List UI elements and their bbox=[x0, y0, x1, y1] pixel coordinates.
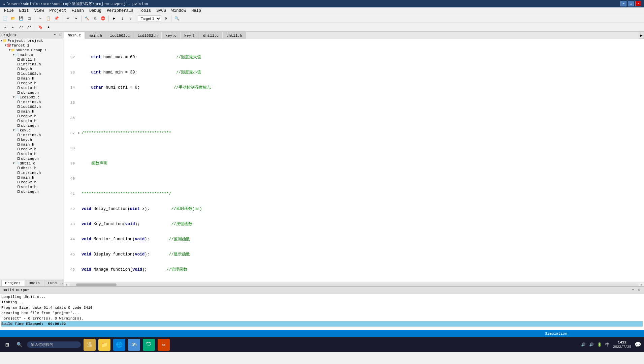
tree-reg52-h-3[interactable]: 🗒 reg52.h bbox=[0, 147, 64, 152]
menu-view[interactable]: View bbox=[32, 8, 47, 14]
tree-lcd1602-c[interactable]: ▼ 📄 lcd1602.c bbox=[0, 95, 64, 100]
menu-help[interactable]: Help bbox=[189, 8, 204, 14]
search-button[interactable]: 🔍 bbox=[14, 342, 24, 347]
save-all-button[interactable]: 🗂 bbox=[26, 15, 33, 22]
tree-stdio-h-2[interactable]: 🗒 stdio.h bbox=[0, 119, 64, 123]
tree-dht11-h-2[interactable]: 🗒 dht11.h bbox=[0, 166, 64, 171]
tree-string-h-4[interactable]: 🗒 string.h bbox=[0, 189, 64, 194]
start-button[interactable]: ⊞ bbox=[3, 341, 12, 348]
tree-target1[interactable]: ▼ 🎯 Target 1 bbox=[0, 43, 64, 48]
tree-intrins-h-2[interactable]: 🗒 intrins.h bbox=[0, 100, 64, 104]
uncomment-button[interactable]: /* bbox=[26, 24, 33, 31]
tree-reg52-h-4[interactable]: 🗒 reg52.h bbox=[0, 180, 64, 185]
rebuild-button[interactable]: ⚙ bbox=[91, 15, 99, 22]
notification-button[interactable]: 💬 bbox=[635, 341, 641, 348]
menu-debug[interactable]: Debug bbox=[87, 8, 104, 14]
build-panel-close[interactable]: × bbox=[637, 288, 641, 293]
cut-button[interactable]: ✂ bbox=[37, 15, 44, 22]
taskbar-icon-edge[interactable]: 🌐 bbox=[113, 339, 125, 351]
panel-close-button[interactable]: × bbox=[58, 33, 62, 37]
bookmark-button[interactable]: 🔖 bbox=[37, 24, 44, 31]
new-button[interactable]: 📄 bbox=[1, 15, 9, 22]
tree-reg52-h-1[interactable]: 🗒 reg52.h bbox=[0, 81, 64, 86]
tab-lcd1602-c[interactable]: lcd1602.c bbox=[106, 32, 133, 39]
menu-svcs[interactable]: SVCS bbox=[154, 8, 169, 14]
tree-stdio-h-3[interactable]: 🗒 stdio.h bbox=[0, 152, 64, 156]
paste-button[interactable]: 📌 bbox=[53, 15, 60, 22]
redo-button[interactable]: ↪ bbox=[72, 15, 79, 22]
undo-button[interactable]: ↩ bbox=[64, 15, 71, 22]
tab-main-c[interactable]: main.c bbox=[64, 32, 85, 39]
tab-main-h[interactable]: main.h bbox=[85, 32, 106, 39]
tree-main-h-1[interactable]: 🗒 main.h bbox=[0, 76, 64, 81]
taskbar-icon-store[interactable]: 🛍 bbox=[128, 339, 140, 351]
tree-dht11-c[interactable]: ▼ 📄 dht11.c bbox=[0, 161, 64, 166]
stop-button[interactable]: ⛔ bbox=[99, 15, 107, 22]
tree-key-h-2[interactable]: 🗒 key.h bbox=[0, 138, 64, 142]
options-button[interactable]: ⚙ bbox=[162, 15, 169, 22]
tree-dht11-h-1[interactable]: 🗒 dht11.h bbox=[0, 57, 64, 62]
tab-functions[interactable]: Func... bbox=[44, 280, 64, 286]
menu-window[interactable]: Window bbox=[169, 8, 189, 14]
tree-intrins-h-1[interactable]: 🗒 intrins.h bbox=[0, 62, 64, 67]
save-button[interactable]: 💾 bbox=[18, 15, 25, 22]
build-panel-collapse[interactable]: − bbox=[631, 288, 635, 293]
taskbar-icon-explorer[interactable]: 📁 bbox=[98, 339, 110, 351]
horizontal-scrollbar[interactable]: ◀ ▶ bbox=[64, 282, 644, 286]
search-box[interactable]: 输入你想搜的 bbox=[27, 341, 81, 348]
tab-scroll-right[interactable]: ▶ bbox=[639, 32, 644, 39]
tree-string-h-3[interactable]: 🗒 string.h bbox=[0, 156, 64, 161]
menu-peripherals[interactable]: Peripherals bbox=[104, 8, 136, 14]
tree-reg52-h-2[interactable]: 🗒 reg52.h bbox=[0, 114, 64, 119]
indent-button[interactable]: ⇥ bbox=[1, 24, 9, 31]
tree-key-c[interactable]: ▼ 📄 key.c bbox=[0, 128, 64, 133]
build-button[interactable]: 🔨 bbox=[83, 15, 91, 22]
tree-source-group[interactable]: ▼ 📁 Source Group 1 bbox=[0, 48, 64, 53]
step-in-button[interactable]: ↘ bbox=[127, 15, 134, 22]
tree-string-h-2[interactable]: 🗒 string.h bbox=[0, 123, 64, 128]
scroll-track[interactable] bbox=[69, 283, 639, 286]
tab-dht11-h[interactable]: dht11.h bbox=[223, 32, 246, 39]
target-selector[interactable]: Target 1 bbox=[138, 15, 161, 22]
menu-project[interactable]: Project bbox=[46, 8, 69, 14]
debug-start-button[interactable]: ▶ bbox=[110, 15, 118, 22]
tab-key-h[interactable]: key.h bbox=[181, 32, 199, 39]
code-editor[interactable]: 32 uint humi_max = 60; //湿度最大值 33 uint h… bbox=[64, 39, 644, 282]
comment-button[interactable]: // bbox=[18, 24, 25, 31]
tab-key-c[interactable]: key.c bbox=[162, 32, 180, 39]
panel-collapse-button[interactable]: − bbox=[52, 33, 57, 37]
tree-stdio-h-1[interactable]: 🗒 stdio.h bbox=[0, 86, 64, 90]
tree-main-c[interactable]: ▼ 📄 main.c bbox=[0, 53, 64, 57]
tree-lcd1602-h-2[interactable]: 🗒 lcd1602.h bbox=[0, 104, 64, 109]
taskbar-icon-wenwen[interactable]: 温 bbox=[84, 339, 96, 351]
tab-lcd1602-h[interactable]: lcd1602.h bbox=[134, 32, 161, 39]
tree-main-h-4[interactable]: 🗒 main.h bbox=[0, 175, 64, 180]
taskbar-icon-mail[interactable]: ✉ bbox=[158, 339, 170, 351]
menu-tools[interactable]: Tools bbox=[136, 8, 154, 14]
scroll-left-btn[interactable]: ◀ bbox=[65, 283, 68, 287]
find-button[interactable]: 🔍 bbox=[173, 15, 181, 22]
tree-intrins-h-3[interactable]: 🗒 intrins.h bbox=[0, 133, 64, 138]
tree-main-h-2[interactable]: 🗒 main.h bbox=[0, 109, 64, 114]
menu-flash[interactable]: Flash bbox=[69, 8, 87, 14]
taskbar-icon-shield[interactable]: 🛡 bbox=[143, 339, 155, 351]
window-controls[interactable]: − □ × bbox=[620, 1, 641, 6]
tree-string-h-1[interactable]: 🗒 string.h bbox=[0, 90, 64, 95]
tree-project-root[interactable]: ▼ 📁 Project: project bbox=[0, 38, 64, 43]
taskbar-input-method[interactable]: 中 bbox=[605, 342, 610, 348]
scroll-thumb[interactable] bbox=[76, 283, 117, 286]
tree-stdio-h-4[interactable]: 🗒 stdio.h bbox=[0, 185, 64, 189]
copy-button[interactable]: 📋 bbox=[45, 15, 52, 22]
tree-main-h-3[interactable]: 🗒 main.h bbox=[0, 142, 64, 147]
breakpoint-button[interactable]: ● bbox=[45, 24, 52, 31]
tree-intrins-h-4[interactable]: 🗒 intrins.h bbox=[0, 171, 64, 175]
tree-key-h-1[interactable]: 🗒 key.h bbox=[0, 67, 64, 71]
outdent-button[interactable]: ⇤ bbox=[9, 24, 17, 31]
menu-edit[interactable]: Edit bbox=[17, 8, 32, 14]
close-button[interactable]: × bbox=[635, 1, 641, 6]
open-button[interactable]: 📂 bbox=[9, 15, 17, 22]
tree-lcd1602-h-1[interactable]: 🗒 lcd1602.h bbox=[0, 71, 64, 76]
maximize-button[interactable]: □ bbox=[628, 1, 634, 6]
scroll-right-btn[interactable]: ▶ bbox=[640, 283, 643, 287]
tab-project[interactable]: Project bbox=[1, 280, 24, 286]
